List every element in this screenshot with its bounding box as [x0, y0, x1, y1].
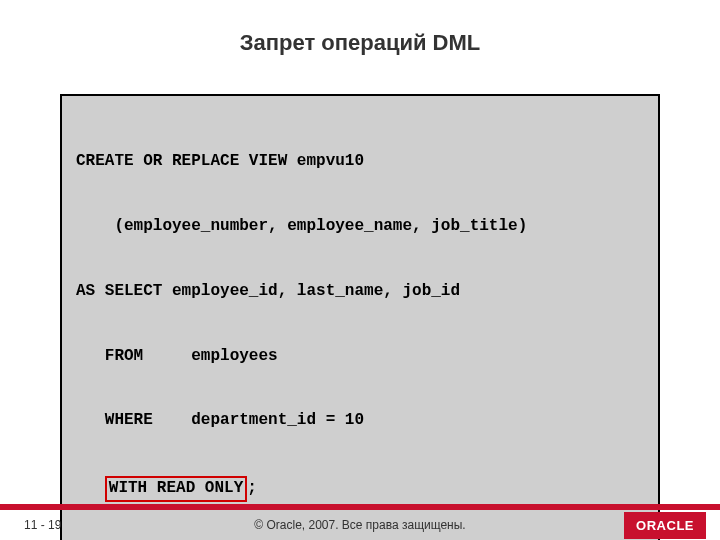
highlighted-clause: WITH READ ONLY [105, 476, 247, 502]
code-indent [76, 479, 105, 497]
code-line-2: (employee_number, employee_name, job_tit… [76, 216, 644, 238]
slide-title: Запрет операций DML [0, 30, 720, 56]
code-line-4: FROM employees [76, 346, 644, 368]
code-example-box: CREATE OR REPLACE VIEW empvu10 (employee… [60, 94, 660, 540]
slide-footer: 11 - 19 © Oracle, 2007. Все права защище… [0, 504, 720, 540]
code-line-6: WITH READ ONLY; [76, 475, 644, 503]
sql-code: CREATE OR REPLACE VIEW empvu10 (employee… [76, 108, 644, 540]
code-line-1: CREATE OR REPLACE VIEW empvu10 [76, 151, 644, 173]
footer-row: 11 - 19 © Oracle, 2007. Все права защище… [0, 510, 720, 540]
code-line-6-rest: ; [247, 479, 257, 497]
oracle-logo: ORACLE [624, 512, 706, 539]
code-line-5: WHERE department_id = 10 [76, 410, 644, 432]
code-line-3: AS SELECT employee_id, last_name, job_id [76, 281, 644, 303]
copyright-text: © Oracle, 2007. Все права защищены. [0, 518, 720, 532]
